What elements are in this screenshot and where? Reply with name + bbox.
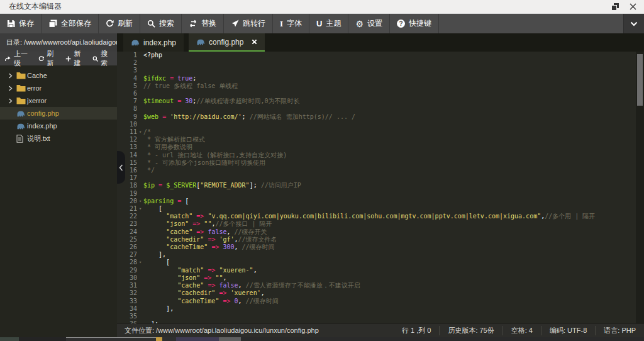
replace-button[interactable]: 替换 <box>182 14 224 33</box>
file-location: 文件位置: /www/wwwroot/api.laoliudaigou.icu/… <box>117 326 319 335</box>
php-file-icon <box>16 123 27 130</box>
cursor-position: 行 1 ,列 0 <box>394 326 439 335</box>
save-button[interactable]: 保存 <box>0 14 42 33</box>
fold-gutter <box>137 236 143 243</box>
tree-item[interactable]: 说明.txt <box>0 132 117 145</box>
line-number: 8 <box>117 105 137 113</box>
history-versions[interactable]: 历史版本: 75份 <box>439 326 502 335</box>
line-number: 29 <box>117 267 137 274</box>
line-number: 5 <box>117 82 137 90</box>
restore-icon <box>612 3 619 10</box>
fold-gutter <box>137 152 143 159</box>
line-number: 7 <box>117 98 137 105</box>
code-area: 1<?php234$ifdxc = true;5// true 多线程 fals… <box>117 52 644 323</box>
line-number: 23 <box>117 220 137 228</box>
line-number: 6 <box>117 90 137 98</box>
fold-gutter <box>137 121 143 128</box>
code-line: 25 "cachedir" => 'gf',//缓存文件名 <box>117 236 644 243</box>
gear-icon: ⚙ <box>355 20 364 28</box>
scrollbar[interactable] <box>636 52 644 323</box>
tree-item[interactable]: index.php <box>0 120 117 132</box>
tree-item-label: error <box>27 84 42 92</box>
line-number: 12 <box>117 136 137 143</box>
fold-gutter <box>137 67 143 74</box>
tree-item[interactable]: Cache <box>0 69 117 82</box>
fold-gutter <box>137 113 143 121</box>
line-number: 2 <box>117 59 137 67</box>
chevron-right-icon[interactable] <box>8 98 16 104</box>
fold-gutter <box>137 313 143 320</box>
toolbar-spacer <box>439 14 623 33</box>
status-bar: 文件位置: /www/wwwroot/api.laoliudaigou.icu/… <box>117 323 644 337</box>
theme-button[interactable]: U 主题 <box>309 14 348 33</box>
fold-marker-icon[interactable]: ▾ <box>137 259 143 266</box>
line-number: 1 <box>117 52 137 59</box>
fold-gutter <box>137 298 143 305</box>
font-button[interactable]: I 字体 <box>273 14 309 33</box>
scrollbar-thumb[interactable] <box>637 54 643 106</box>
line-number: 13 <box>117 143 137 151</box>
chevron-right-icon[interactable] <box>8 73 16 79</box>
code-line: 28▾ [ <box>117 259 644 266</box>
sidebar-collapse-handle[interactable] <box>117 151 125 184</box>
language-setting: 语言: PHP <box>595 326 644 335</box>
fold-gutter <box>137 75 143 82</box>
save-all-button[interactable]: 全部保存 <box>42 14 99 33</box>
line-number: 34 <box>117 305 137 313</box>
tab-index-php[interactable]: index.php <box>123 33 184 52</box>
titlebar: 在线文本编辑器 <box>0 0 644 14</box>
question-circle-icon: ? <box>397 20 405 28</box>
toolbar-collapse-button[interactable] <box>623 14 644 33</box>
folder-icon <box>16 97 27 104</box>
tree-item[interactable]: error <box>0 82 117 94</box>
fold-gutter <box>137 289 143 297</box>
restore-window-button[interactable] <box>610 2 620 12</box>
close-tab-button[interactable] <box>252 39 257 45</box>
chevron-right-icon[interactable] <box>8 86 16 91</box>
tree-item[interactable]: config.php <box>0 107 117 120</box>
editor-app-window: 在线文本编辑器 保存 全部保存 刷新 搜索 替换 <box>0 0 644 341</box>
tab-label: config.php <box>209 38 243 47</box>
fold-gutter <box>137 213 143 220</box>
fold-gutter <box>137 274 143 282</box>
fold-marker-icon[interactable]: ▾ <box>137 205 143 213</box>
code-line: 30 "json" => "", <box>117 274 644 282</box>
folder-icon <box>16 72 27 79</box>
tab-config-php[interactable]: config.php <box>189 33 265 52</box>
goto-line-button[interactable]: 跳转行 <box>224 14 273 33</box>
code-line: 20▾$parsing = [ <box>117 198 644 205</box>
code-line: 29 "match" => "xueren-", <box>117 267 644 274</box>
up-level-icon <box>4 55 11 62</box>
tree-item[interactable]: jxerror <box>0 94 117 107</box>
line-number: 36 <box>117 320 137 323</box>
line-number: 4 <box>117 75 137 82</box>
code-editor[interactable]: 1<?php234$ifdxc = true;5// true 多线程 fals… <box>117 52 644 323</box>
code-line: 24 "cache" => false, //缓存开关 <box>117 228 644 236</box>
line-number: 20 <box>117 198 137 205</box>
fold-gutter <box>137 82 143 90</box>
refresh-button[interactable]: 刷新 <box>99 14 140 33</box>
fold-marker-icon[interactable]: ▾ <box>137 128 143 136</box>
main-toolbar: 保存 全部保存 刷新 搜索 替换 跳转行 I 字体 U 主题 <box>0 14 644 33</box>
settings-button[interactable]: ⚙ 设置 <box>348 14 390 33</box>
fold-gutter <box>137 190 143 198</box>
search-button[interactable]: 搜索 <box>140 14 182 33</box>
fold-gutter <box>137 167 143 174</box>
close-window-button[interactable] <box>628 2 638 12</box>
code-line: 34 ], <box>117 305 644 313</box>
code-line: 6 <box>117 90 644 98</box>
plus-icon <box>65 55 71 62</box>
line-number: 26 <box>117 243 137 251</box>
fold-gutter <box>137 105 143 113</box>
code-line: 12 * 官方解析接口模式 <box>117 136 644 143</box>
code-line: 32 "cachedir" => 'xueren', <box>117 289 644 297</box>
code-line: 13 * 可用参数说明 <box>117 143 644 151</box>
code-line: 5// true 多线程 false 单线程 <box>117 82 644 90</box>
theme-icon: U <box>316 20 322 28</box>
code-line: 1<?php <box>117 52 644 59</box>
fold-gutter <box>137 305 143 313</box>
sidebar-toolbar: 上一级 刷新 新建 搜索 <box>0 52 117 65</box>
shortcuts-button[interactable]: ? 快捷键 <box>390 14 439 33</box>
fold-marker-icon[interactable]: ▾ <box>137 198 143 205</box>
fold-gutter <box>137 143 143 151</box>
